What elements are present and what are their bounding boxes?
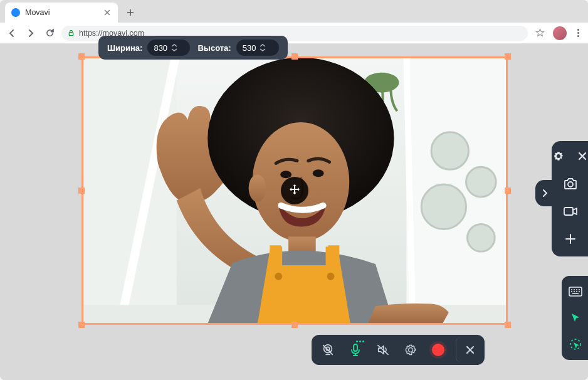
close-icon (465, 345, 475, 355)
profile-avatar[interactable] (553, 26, 567, 40)
browser-menu-icon[interactable] (573, 26, 583, 40)
svg-rect-18 (270, 245, 281, 277)
svg-point-10 (468, 224, 495, 252)
resize-handle-tr[interactable] (505, 53, 511, 60)
reload-button[interactable] (43, 26, 56, 40)
move-handle[interactable] (281, 177, 308, 204)
screenshot-button[interactable] (562, 175, 579, 193)
keyboard-overlay-button[interactable] (566, 282, 585, 301)
record-icon (432, 344, 444, 356)
video-record-button[interactable] (562, 203, 579, 220)
side-panel (552, 141, 588, 256)
dimension-bar[interactable]: Ширина: 830 Высота: 530 (98, 36, 288, 60)
close-icon (577, 151, 587, 161)
resize-handle-bl[interactable] (78, 322, 85, 328)
microphone-toggle-button[interactable] (343, 337, 368, 362)
gear-icon (404, 344, 417, 356)
svg-point-22 (568, 182, 573, 187)
webcam-toggle-button[interactable] (315, 337, 340, 362)
recording-settings-button[interactable] (398, 337, 423, 362)
width-value: 830 (154, 43, 167, 53)
microphone-icon (349, 343, 362, 357)
move-icon (287, 183, 302, 198)
expand-panel-button[interactable] (535, 180, 554, 206)
browser-window: Movavi https://movavi.com (0, 0, 588, 380)
add-button[interactable] (562, 230, 579, 248)
tool-strip (562, 276, 588, 360)
cursor-highlight-button[interactable] (566, 309, 585, 327)
cancel-recording-button[interactable] (456, 337, 481, 362)
camera-icon (563, 177, 578, 191)
svg-rect-28 (354, 344, 357, 351)
resize-handle-br[interactable] (505, 322, 511, 328)
gear-icon (553, 150, 564, 162)
chevron-down-icon[interactable] (260, 48, 266, 52)
new-tab-button[interactable] (122, 4, 139, 21)
resize-handle-bm[interactable] (291, 322, 298, 328)
height-stepper[interactable] (260, 43, 266, 52)
resize-handle-tl[interactable] (78, 53, 85, 60)
speaker-off-icon (376, 344, 390, 356)
browser-tab[interactable]: Movavi (5, 3, 118, 23)
svg-rect-19 (328, 245, 340, 277)
system-audio-toggle-button[interactable] (370, 337, 396, 362)
svg-rect-0 (69, 32, 73, 35)
svg-point-20 (275, 273, 282, 280)
height-value: 530 (243, 43, 256, 53)
svg-point-14 (249, 174, 266, 202)
back-button[interactable] (5, 26, 19, 40)
tab-close-icon[interactable] (103, 8, 112, 17)
close-panel-button[interactable] (574, 147, 588, 165)
plus-icon (564, 233, 577, 245)
chevron-right-icon (540, 189, 549, 198)
webcam-off-icon (321, 343, 335, 357)
tab-bar: Movavi (0, 0, 588, 23)
tab-title: Movavi (25, 8, 50, 17)
resize-handle-ml[interactable] (78, 187, 85, 194)
chevron-up-icon[interactable] (171, 43, 177, 48)
height-input[interactable]: 530 (236, 40, 279, 56)
tab-favicon (11, 8, 20, 17)
chevron-up-icon[interactable] (260, 43, 266, 48)
forward-button[interactable] (24, 26, 38, 40)
height-field: Высота: 530 (197, 40, 278, 56)
width-stepper[interactable] (171, 43, 177, 52)
cursor-icon (569, 312, 582, 324)
svg-point-8 (466, 167, 496, 197)
lock-icon (68, 29, 75, 37)
height-label: Высота: (197, 43, 231, 53)
keyboard-icon (569, 287, 582, 297)
resize-handle-tm[interactable] (291, 53, 298, 60)
capture-region[interactable] (81, 56, 508, 325)
cursor-click-icon (569, 337, 582, 351)
width-input[interactable]: 830 (147, 40, 190, 56)
svg-point-9 (421, 184, 466, 229)
mic-level-indicator (356, 340, 364, 342)
svg-point-21 (327, 273, 335, 280)
bookmark-star-icon[interactable] (533, 26, 547, 40)
browser-toolbar: https://movavi.com (0, 23, 588, 44)
width-label: Ширина: (107, 43, 142, 53)
record-button[interactable] (426, 337, 451, 362)
svg-rect-23 (564, 208, 573, 215)
video-camera-icon (563, 205, 578, 218)
svg-point-7 (431, 132, 468, 169)
chevron-down-icon[interactable] (171, 48, 177, 52)
page-viewport: Ширина: 830 Высота: 530 (0, 44, 588, 380)
recording-bar (312, 335, 485, 365)
width-field: Ширина: 830 (107, 40, 190, 56)
svg-point-26 (324, 345, 332, 353)
resize-handle-mr[interactable] (505, 187, 511, 194)
cursor-click-button[interactable] (566, 335, 585, 354)
svg-point-16 (313, 169, 324, 177)
settings-button[interactable] (550, 147, 567, 165)
